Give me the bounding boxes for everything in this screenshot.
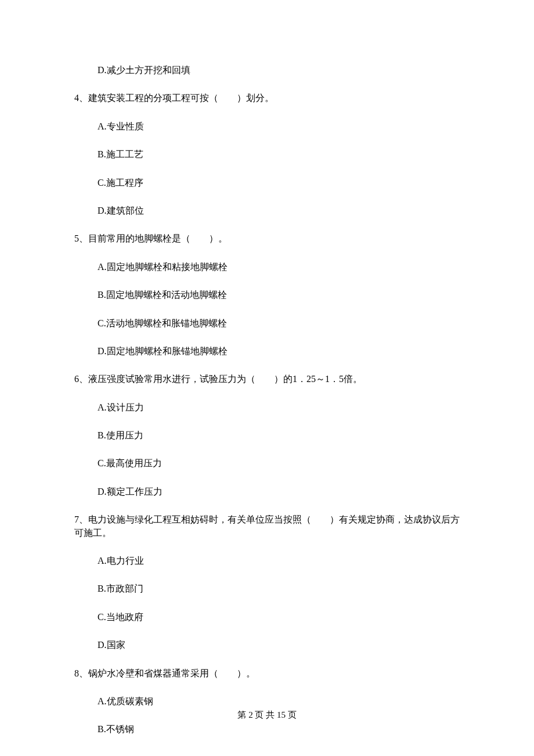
question-stem: 5、目前常用的地脚螺栓是（ ）。 bbox=[74, 232, 460, 245]
option: A.固定地脚螺栓和粘接地脚螺栓 bbox=[74, 261, 460, 273]
option: A.设计压力 bbox=[74, 401, 460, 414]
option: D.国家 bbox=[74, 639, 460, 651]
question-stem: 8、锅炉水冷壁和省煤器通常采用（ ）。 bbox=[74, 667, 460, 680]
option: A.专业性质 bbox=[74, 120, 460, 133]
option: B.固定地脚螺栓和活动地脚螺栓 bbox=[74, 289, 460, 301]
option: C.施工程序 bbox=[74, 177, 460, 189]
option: B.不锈钢 bbox=[74, 723, 460, 736]
question-stem: 6、液压强度试验常用水进行，试验压力为（ ）的1．25～1．5倍。 bbox=[74, 373, 460, 386]
option: C.当地政府 bbox=[74, 611, 460, 624]
option: A.优质碳素钢 bbox=[74, 695, 460, 708]
option: D.减少土方开挖和回填 bbox=[74, 64, 460, 77]
question-stem: 4、建筑安装工程的分项工程可按（ ）划分。 bbox=[74, 92, 460, 105]
option: B.使用压力 bbox=[74, 429, 460, 442]
option: A.电力行业 bbox=[74, 555, 460, 567]
option: C.最高使用压力 bbox=[74, 457, 460, 470]
option: B.市政部门 bbox=[74, 582, 460, 595]
option: D.固定地脚螺栓和胀锚地脚螺栓 bbox=[74, 345, 460, 358]
document-content: D.减少土方开挖和回填 4、建筑安装工程的分项工程可按（ ）划分。 A.专业性质… bbox=[0, 0, 534, 736]
option: C.活动地脚螺栓和胀锚地脚螺栓 bbox=[74, 317, 460, 330]
option: D.额定工作压力 bbox=[74, 485, 460, 498]
question-stem: 7、电力设施与绿化工程互相妨碍时，有关单位应当按照（ ）有关规定协商，达成协议后… bbox=[74, 513, 460, 539]
option: D.建筑部位 bbox=[74, 204, 460, 217]
page-footer: 第 2 页 共 15 页 bbox=[0, 709, 534, 721]
option: B.施工工艺 bbox=[74, 148, 460, 161]
